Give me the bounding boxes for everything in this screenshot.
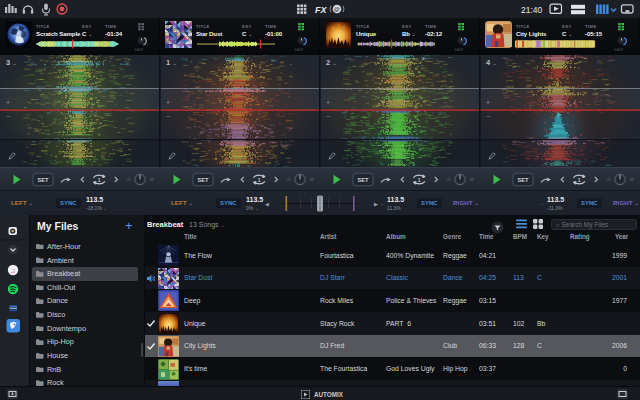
svg-text:HP: HP <box>630 178 635 182</box>
svg-text:HP: HP <box>470 178 475 182</box>
svg-text:LP: LP <box>286 178 291 182</box>
svg-text:SET: SET <box>518 177 529 183</box>
svg-text:LP: LP <box>446 178 451 182</box>
svg-text:1: 1 <box>578 177 581 183</box>
svg-text:FX: FX <box>315 5 327 15</box>
svg-text:LP: LP <box>126 178 131 182</box>
svg-text:LP: LP <box>606 178 611 182</box>
svg-text:21:40: 21:40 <box>521 5 543 15</box>
svg-text:HP: HP <box>150 178 155 182</box>
svg-text:1: 1 <box>418 177 421 183</box>
svg-text:SET: SET <box>198 177 209 183</box>
svg-text:HP: HP <box>310 178 315 182</box>
svg-text:1: 1 <box>98 177 101 183</box>
svg-text:@: @ <box>334 5 340 12</box>
svg-text:1: 1 <box>258 177 261 183</box>
svg-text:SET: SET <box>358 177 369 183</box>
svg-text:SET: SET <box>38 177 49 183</box>
svg-text:♫: ♫ <box>10 266 16 275</box>
